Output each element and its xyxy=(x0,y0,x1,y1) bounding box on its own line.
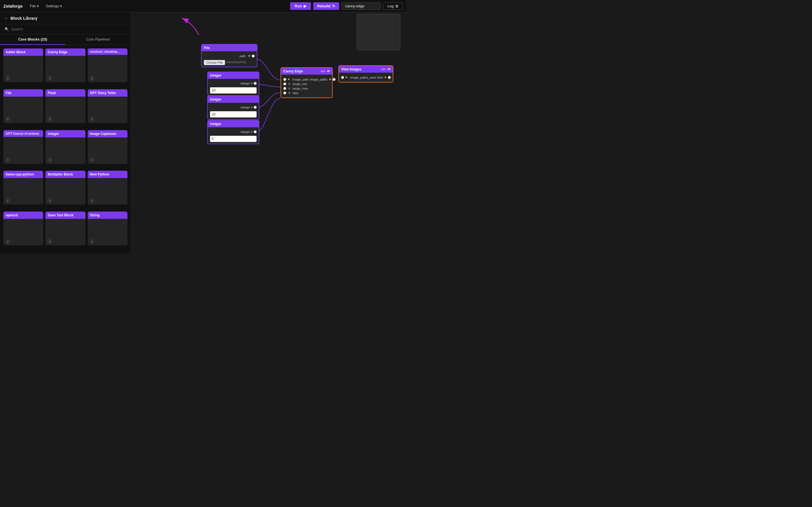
file-node-title: File xyxy=(204,46,210,50)
eye-icon[interactable]: 👁 xyxy=(327,69,330,73)
integer1-value-input[interactable] xyxy=(210,87,257,94)
port-dot-step xyxy=(283,92,286,94)
port-dot-image-path xyxy=(283,78,286,81)
back-icon[interactable]: ← xyxy=(4,16,8,20)
block-card-gpt-course[interactable]: GPT Course of actions ℹ xyxy=(3,130,43,164)
port-dot-integer1 xyxy=(254,82,257,85)
block-card-float[interactable]: Float ℹ xyxy=(45,89,85,123)
tab-core-blocks[interactable]: Core Blocks (23) xyxy=(0,34,65,45)
canny-range-min-port: # range_min xyxy=(283,82,330,86)
port-dot-path xyxy=(252,55,255,57)
settings-menu-label: Settings xyxy=(46,4,59,8)
canny-image-path-port: ★ image_path image_paths ★ xyxy=(283,77,330,81)
run-button[interactable]: Run ▶ xyxy=(290,2,311,10)
block-card-opencd[interactable]: opencd ℹ xyxy=(3,212,43,245)
info-icon[interactable]: ℹ xyxy=(48,158,52,162)
integer2-port-label: integer # xyxy=(241,106,253,109)
block-card-construct[interactable]: construct_visualizat... ℹ xyxy=(88,48,128,82)
code-icon[interactable]: </> xyxy=(320,69,325,73)
tabs-row: Core Blocks (23) Core Pipelines xyxy=(0,34,131,45)
code-icon2[interactable]: </> xyxy=(381,68,386,71)
file-node[interactable]: File path ★ Choose File search/anything xyxy=(201,44,257,67)
block-card-header: File xyxy=(3,89,43,97)
info-icon[interactable]: ℹ xyxy=(6,158,10,162)
integer1-body: integer # xyxy=(208,79,259,95)
port-dot-range-max xyxy=(283,87,286,90)
info-icon[interactable]: ℹ xyxy=(6,76,10,80)
eye-icon2[interactable]: 👁 xyxy=(388,68,391,71)
file-chevron-icon: ▾ xyxy=(37,4,39,8)
view-images-header: View Images </> 👁 xyxy=(339,66,393,73)
integer1-node[interactable]: Integer integer # xyxy=(207,71,259,96)
rebuild-label: Rebuild xyxy=(317,4,331,8)
block-card-header: Save Text Block xyxy=(45,212,85,219)
integer3-node[interactable]: Integer integer # xyxy=(207,120,259,144)
integer2-node[interactable]: Integer integer # xyxy=(207,96,259,120)
pink-arrow-annotation xyxy=(154,12,210,38)
settings-menu[interactable]: Settings ▾ xyxy=(43,3,64,9)
top-nav: Zetaforge File ▾ Settings ▾ Run ▶ Rebuil… xyxy=(0,0,406,12)
canny-range-max-label: range_max xyxy=(292,87,308,90)
view-images-node[interactable]: View Images </> 👁 ★ image_paths_view htm… xyxy=(338,65,393,82)
block-card-canny[interactable]: Canny Edge ℹ xyxy=(45,48,85,82)
choose-file-button[interactable]: Choose File xyxy=(204,60,225,65)
view-image-paths-port: ★ image_paths_view html ★ xyxy=(341,75,391,79)
view-images-body: ★ image_paths_view html ★ xyxy=(339,73,393,82)
integer2-body: integer # xyxy=(208,103,259,119)
block-card-header: Image Captioner xyxy=(88,130,128,137)
settings-chevron-icon: ▾ xyxy=(60,4,62,8)
rebuild-button[interactable]: Rebuild ↻ xyxy=(313,2,340,10)
search-input[interactable] xyxy=(11,27,126,31)
info-icon[interactable]: ℹ xyxy=(90,198,94,203)
block-card-header: GPT Course of actions xyxy=(3,130,43,137)
file-node-header: File xyxy=(202,45,257,51)
block-card-save-text[interactable]: Save Text Block ℹ xyxy=(45,212,85,245)
info-icon[interactable]: ℹ xyxy=(90,239,94,244)
block-card-multiplier[interactable]: Multiplier Block ℹ xyxy=(45,171,85,205)
port-dot-integer3 xyxy=(254,130,257,133)
block-card-string[interactable]: String ℹ xyxy=(88,212,128,245)
canvas-area[interactable]: File path ★ Choose File search/anything … xyxy=(131,12,406,253)
star-icon: ★ xyxy=(287,77,290,81)
info-icon[interactable]: ℹ xyxy=(90,117,94,121)
block-grid: Adder Block ℹ Canny Edge ℹ construct_vis… xyxy=(0,45,131,253)
file-placeholder: search/anything xyxy=(226,61,246,64)
integer3-body: integer # xyxy=(208,127,259,144)
block-card-llama[interactable]: llama-cpp-python ℹ xyxy=(3,171,43,205)
block-card-file[interactable]: File ℹ xyxy=(3,89,43,123)
pipeline-name-input[interactable] xyxy=(342,2,381,10)
integer1-port-label: integer # xyxy=(241,82,253,85)
brand-logo: Zetaforge xyxy=(3,4,22,8)
block-card-gpt-story[interactable]: GPT Story Teller ℹ xyxy=(88,89,128,123)
block-card-new-python[interactable]: New Python ℹ xyxy=(88,171,128,205)
integer2-header: Integer xyxy=(208,96,259,103)
tab-core-pipelines[interactable]: Core Pipelines xyxy=(65,34,131,45)
hash-icon: # xyxy=(289,82,290,86)
block-card-image-captioner[interactable]: Image Captioner ℹ xyxy=(88,130,128,164)
play-icon: ▶ xyxy=(304,4,306,8)
rebuild-icon: ↻ xyxy=(332,4,335,8)
block-card-adder[interactable]: Adder Block ℹ xyxy=(3,48,43,82)
log-button[interactable]: Log ⊞ xyxy=(383,2,403,10)
integer3-value-input[interactable] xyxy=(210,136,257,142)
search-bar: 🔍 xyxy=(0,24,131,34)
info-icon[interactable]: ℹ xyxy=(90,76,94,80)
run-label: Run xyxy=(295,4,302,8)
info-icon[interactable]: ℹ xyxy=(90,158,94,162)
block-card-header: Multiplier Block xyxy=(45,171,85,178)
file-menu-label: File xyxy=(30,4,36,8)
integer3-port-row: integer # xyxy=(210,130,257,133)
block-card-header: Adder Block xyxy=(3,48,43,56)
hash-icon2: # xyxy=(289,87,290,90)
view-header-icons: </> 👁 xyxy=(381,68,391,71)
view-images-title: View Images xyxy=(341,67,361,71)
block-card-header: opencd xyxy=(3,212,43,219)
sidebar-title: Block Library xyxy=(10,16,38,20)
file-menu[interactable]: File ▾ xyxy=(28,3,41,9)
block-card-integer[interactable]: Integer ℹ xyxy=(45,130,85,164)
info-icon[interactable]: ℹ xyxy=(6,117,10,121)
canny-edge-node[interactable]: Canny Edge </> 👁 ★ image_path image_path… xyxy=(281,67,333,98)
log-label: Log xyxy=(388,4,394,8)
integer1-port-row: integer # xyxy=(210,82,257,85)
integer2-value-input[interactable] xyxy=(210,111,257,117)
